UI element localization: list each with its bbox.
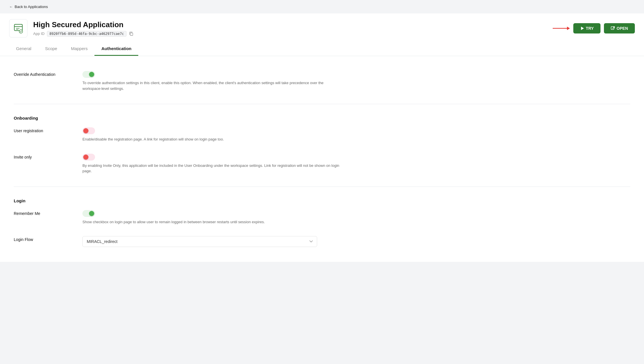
remember-me-row: Remember Me Show checkbox on login page … (14, 204, 630, 231)
invite-only-control: By enabling Invite Only, this applicatio… (82, 154, 630, 174)
remember-me-desc: Show checkbox on login page to allow use… (82, 219, 340, 225)
back-arrow-icon: ← (9, 5, 13, 9)
user-registration-desc: Enable/disable the registration page. A … (82, 136, 340, 142)
app-id-value: 8920ffb6-895d-46fa-9cbc-a462977cae7c (47, 31, 127, 37)
tab-scope[interactable]: Scope (38, 42, 64, 56)
login-flow-select[interactable]: MIRACL_redirect Standard Custom (82, 236, 317, 247)
override-auth-label: Override Authentication (14, 71, 71, 77)
invite-only-desc: By enabling Invite Only, this applicatio… (82, 163, 340, 174)
svg-marker-7 (567, 27, 570, 30)
invite-only-row: Invite only By enabling Invite Only, thi… (14, 148, 630, 180)
open-button[interactable]: OPEN (604, 23, 635, 33)
remember-me-label: Remember Me (14, 210, 71, 216)
login-heading: Login (14, 194, 630, 204)
back-link-label: Back to Applications (15, 5, 48, 9)
content-area: Override Authentication To override auth… (0, 56, 644, 262)
remember-me-control: Show checkbox on login page to allow use… (82, 210, 630, 225)
login-flow-row: Login Flow MIRACL_redirect Standard Cust… (14, 230, 630, 253)
user-registration-control: Enable/disable the registration page. A … (82, 127, 630, 142)
header-section: High Secured Application App ID 8920ffb6… (0, 13, 644, 56)
user-registration-row: User registration Enable/disable the reg… (14, 122, 630, 148)
invite-only-label: Invite only (14, 154, 71, 159)
app-title: High Secured Application (33, 20, 547, 29)
try-button[interactable]: TRY (573, 23, 600, 33)
invite-only-toggle[interactable] (82, 154, 95, 161)
tab-general[interactable]: General (9, 42, 38, 56)
onboarding-heading: Onboarding (14, 111, 630, 122)
app-id-label: App ID (33, 31, 45, 36)
remember-me-toggle[interactable] (82, 210, 95, 217)
tab-authentication[interactable]: Authentication (94, 42, 138, 56)
app-icon (9, 19, 27, 37)
header-actions: TRY OPEN (553, 23, 635, 33)
back-link[interactable]: ← Back to Applications (0, 0, 644, 13)
user-registration-label: User registration (14, 127, 71, 133)
login-flow-label: Login Flow (14, 236, 71, 242)
login-flow-control: MIRACL_redirect Standard Custom (82, 236, 630, 247)
override-auth-desc: To override authentication settings in t… (82, 80, 340, 91)
divider-1 (14, 104, 630, 104)
svg-marker-8 (581, 27, 584, 30)
arrow-indicator (553, 25, 570, 32)
svg-rect-5 (130, 33, 133, 35)
override-auth-control: To override authentication settings in t… (82, 71, 630, 91)
svg-line-10 (613, 27, 615, 29)
divider-2 (14, 187, 630, 187)
tab-mappers[interactable]: Mappers (64, 42, 94, 56)
svg-rect-9 (611, 27, 614, 29)
copy-icon[interactable] (129, 31, 133, 36)
tabs-row: General Scope Mappers Authentication (9, 42, 635, 56)
override-authentication-row: Override Authentication To override auth… (14, 65, 630, 97)
override-auth-toggle[interactable] (82, 71, 95, 78)
user-registration-toggle[interactable] (82, 127, 95, 134)
app-title-area: High Secured Application App ID 8920ffb6… (33, 20, 547, 37)
svg-point-4 (19, 30, 23, 33)
